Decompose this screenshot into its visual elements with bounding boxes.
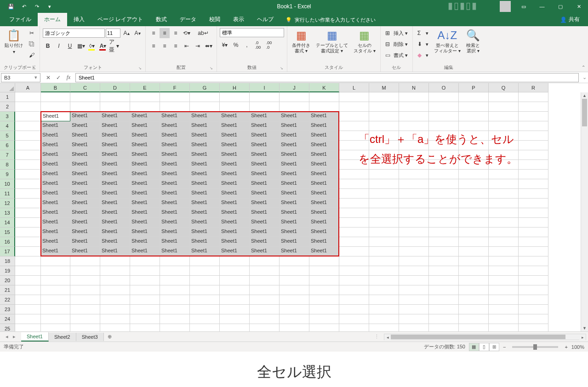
cell-Q20[interactable] xyxy=(489,276,519,285)
column-header-D[interactable]: D xyxy=(100,83,130,92)
cell-C15[interactable]: Sheet1 xyxy=(70,228,100,237)
cell-I20[interactable] xyxy=(250,276,280,285)
cell-A24[interactable] xyxy=(15,314,41,324)
tab-data[interactable]: データ xyxy=(173,13,203,26)
cell-R21[interactable] xyxy=(519,285,548,295)
cell-A20[interactable] xyxy=(15,276,41,285)
cell-F12[interactable]: Sheet1 xyxy=(160,199,190,208)
cell-L24[interactable] xyxy=(339,314,369,324)
cell-A1[interactable] xyxy=(15,92,41,102)
cell-P20[interactable] xyxy=(459,276,489,285)
cell-N24[interactable] xyxy=(399,314,429,324)
column-header-E[interactable]: E xyxy=(130,83,160,92)
cell-P23[interactable] xyxy=(459,305,489,314)
cell-G11[interactable]: Sheet1 xyxy=(190,189,220,199)
tab-home[interactable]: ホーム xyxy=(38,13,67,26)
cell-E20[interactable] xyxy=(130,276,160,285)
cell-M11[interactable] xyxy=(369,189,399,199)
cell-E14[interactable]: Sheet1 xyxy=(130,218,160,228)
cell-J6[interactable]: Sheet1 xyxy=(280,141,309,150)
cell-O1[interactable] xyxy=(429,92,459,102)
cell-D12[interactable]: Sheet1 xyxy=(100,199,130,208)
cell-I2[interactable] xyxy=(250,102,280,112)
cell-F1[interactable] xyxy=(160,92,190,102)
cell-E24[interactable] xyxy=(130,314,160,324)
cell-F2[interactable] xyxy=(160,102,190,112)
row-header-21[interactable]: 21 xyxy=(0,285,15,295)
view-normal-button[interactable]: ▦ xyxy=(469,343,479,351)
cell-A19[interactable] xyxy=(15,266,41,276)
cell-Q17[interactable] xyxy=(489,247,519,256)
cell-O12[interactable] xyxy=(429,199,459,208)
cell-K17[interactable]: Sheet1 xyxy=(309,247,339,256)
cell-B8[interactable]: Sheet1 xyxy=(41,160,70,170)
cell-M22[interactable] xyxy=(369,295,399,305)
cell-N1[interactable] xyxy=(399,92,429,102)
cell-H22[interactable] xyxy=(220,295,250,305)
cell-I21[interactable] xyxy=(250,285,280,295)
cell-B21[interactable] xyxy=(41,285,70,295)
cell-M13[interactable] xyxy=(369,208,399,218)
add-sheet-button[interactable]: ⊕ xyxy=(104,332,115,341)
column-header-Q[interactable]: Q xyxy=(489,83,519,92)
cell-N9[interactable] xyxy=(399,170,429,179)
cell-K15[interactable]: Sheet1 xyxy=(309,228,339,237)
cell-L19[interactable] xyxy=(339,266,369,276)
increase-font-button[interactable]: A▴ xyxy=(121,28,131,38)
cell-H17[interactable]: Sheet1 xyxy=(220,247,250,256)
cell-K11[interactable]: Sheet1 xyxy=(309,189,339,199)
cell-G5[interactable]: Sheet1 xyxy=(190,131,220,141)
cell-E2[interactable] xyxy=(130,102,160,112)
cell-L18[interactable] xyxy=(339,256,369,266)
row-header-1[interactable]: 1 xyxy=(0,92,15,102)
cell-M21[interactable] xyxy=(369,285,399,295)
cell-B7[interactable]: Sheet1 xyxy=(41,150,70,160)
cell-L16[interactable] xyxy=(339,237,369,247)
cell-A22[interactable] xyxy=(15,295,41,305)
clipboard-dialog-launcher[interactable]: ↘ xyxy=(33,66,36,70)
cell-E23[interactable] xyxy=(130,305,160,314)
cell-A21[interactable] xyxy=(15,285,41,295)
number-dialog-launcher[interactable]: ↘ xyxy=(280,66,283,70)
orientation-button[interactable]: ⟲▾ xyxy=(182,28,192,38)
maximize-button[interactable]: ▢ xyxy=(551,0,570,13)
cell-I23[interactable] xyxy=(250,305,280,314)
cell-I13[interactable]: Sheet1 xyxy=(250,208,280,218)
view-page-break-button[interactable]: ⊞ xyxy=(489,343,499,351)
cell-M19[interactable] xyxy=(369,266,399,276)
tab-insert[interactable]: 挿入 xyxy=(67,13,91,26)
decrease-indent-button[interactable]: ⇤ xyxy=(182,41,192,51)
cell-E12[interactable]: Sheet1 xyxy=(130,199,160,208)
cell-G4[interactable]: Sheet1 xyxy=(190,121,220,131)
cell-A17[interactable] xyxy=(15,247,41,256)
cell-F10[interactable]: Sheet1 xyxy=(160,179,190,189)
vertical-scrollbar[interactable]: ▲ ▼ xyxy=(581,92,588,331)
cell-J25[interactable] xyxy=(280,324,309,331)
font-color-button[interactable]: A▾ xyxy=(98,41,108,51)
cell-J14[interactable]: Sheet1 xyxy=(280,218,309,228)
cell-J4[interactable]: Sheet1 xyxy=(280,121,309,131)
row-header-17[interactable]: 17 xyxy=(0,247,15,256)
cell-N23[interactable] xyxy=(399,305,429,314)
cell-D24[interactable] xyxy=(100,314,130,324)
cell-K19[interactable] xyxy=(309,266,339,276)
cell-E15[interactable]: Sheet1 xyxy=(130,228,160,237)
cell-L17[interactable] xyxy=(339,247,369,256)
cell-P15[interactable] xyxy=(459,228,489,237)
cell-F17[interactable]: Sheet1 xyxy=(160,247,190,256)
cell-E1[interactable] xyxy=(130,92,160,102)
cell-K9[interactable]: Sheet1 xyxy=(309,170,339,179)
undo-button[interactable]: ↶ xyxy=(18,1,29,12)
vertical-scroll-thumb[interactable] xyxy=(582,99,587,126)
cell-B23[interactable] xyxy=(41,305,70,314)
cell-K23[interactable] xyxy=(309,305,339,314)
cell-K13[interactable]: Sheet1 xyxy=(309,208,339,218)
cell-F7[interactable]: Sheet1 xyxy=(160,150,190,160)
cell-J16[interactable]: Sheet1 xyxy=(280,237,309,247)
cell-F18[interactable] xyxy=(160,256,190,266)
cell-J19[interactable] xyxy=(280,266,309,276)
cell-H1[interactable] xyxy=(220,92,250,102)
cell-J7[interactable]: Sheet1 xyxy=(280,150,309,160)
fill-color-button[interactable]: ◊▾ xyxy=(87,41,97,51)
cell-F11[interactable]: Sheet1 xyxy=(160,189,190,199)
